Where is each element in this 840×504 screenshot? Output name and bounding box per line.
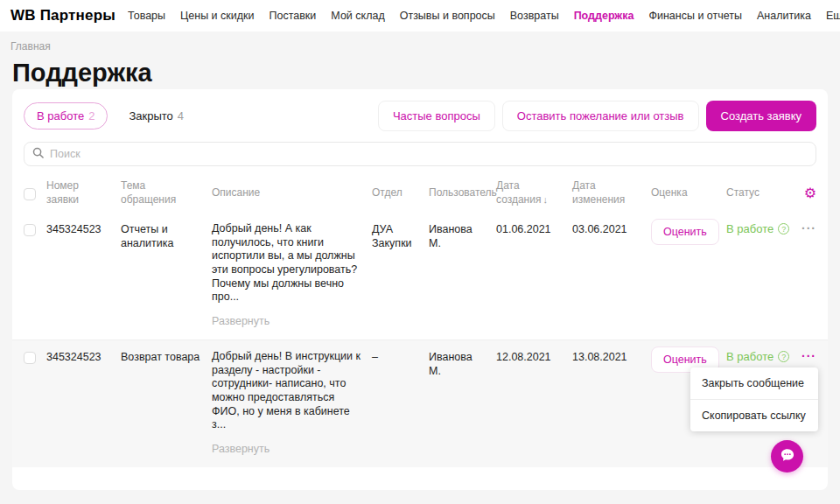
status-label: В работе [726,350,774,363]
column-header-description[interactable]: Описание [212,186,372,200]
tab-in-progress[interactable]: В работе 2 [24,102,108,130]
row-checkbox[interactable] [24,224,36,236]
nav-item-analytics[interactable]: Аналитика [757,10,811,22]
nav-item-finance[interactable]: Финансы и отчеты [648,10,742,22]
sort-desc-icon: ↓ [542,194,548,205]
main-nav: Товары Цены и скидки Поставки Мой склад … [128,10,840,22]
status-label: В работе [726,222,774,235]
tab-in-progress-count: 2 [88,109,94,122]
row-checkbox[interactable] [24,352,36,364]
rate-button[interactable]: Оценить [651,219,719,245]
column-header-rating[interactable]: Оценка [651,186,726,200]
status-badge: В работе ? [726,222,794,235]
ticket-number: 345324523 [46,222,121,236]
table-row: 345324523 Возврат товара Добрый день! В … [12,340,828,467]
row-context-menu: Закрыть сообщение Скопировать ссылку [690,368,818,431]
nav-item-warehouse[interactable]: Мой склад [331,10,384,22]
ticket-modified-date: 13.08.2021 [572,350,651,364]
more-options-icon[interactable]: ··· [802,221,816,235]
column-header-status[interactable]: Статус [726,186,794,200]
expand-link[interactable]: Развернуть [212,314,270,328]
ticket-description: Добрый день! А как получилось, что книги… [212,222,363,304]
ticket-created-date: 01.06.2021 [496,222,572,236]
nav-item-reviews[interactable]: Отзывы и вопросы [400,10,495,22]
nav-item-returns[interactable]: Возвраты [510,10,559,22]
nav-more-label: Еще [826,10,840,22]
column-header-number[interactable]: Номер заявки [46,179,121,206]
column-header-topic[interactable]: Тема обращения [121,179,212,206]
ticket-created-date: 12.08.2021 [496,350,572,364]
top-navigation: WB Партнеры Товары Цены и скидки Поставк… [0,0,840,32]
nav-item-support[interactable]: Поддержка [574,10,634,22]
toolbar-buttons: Частые вопросы Оставить пожелание или от… [378,101,816,131]
page-title: Поддержка [12,59,830,88]
search-icon [32,146,44,162]
support-chat-button[interactable] [771,440,803,472]
status-badge: В работе ? [726,350,794,363]
table-header: Номер заявки Тема обращения Описание Отд… [24,166,816,213]
ticket-modified-date: 03.06.2021 [572,222,651,236]
wb-partners-logo[interactable]: WB Партнеры [10,7,116,24]
breadcrumb-home[interactable]: Главная [10,40,51,52]
breadcrumb: Главная [0,32,840,52]
ticket-topic: Отчеты и аналитика [121,222,212,251]
more-options-icon[interactable]: ··· [802,349,816,363]
menu-item-close-message[interactable]: Закрыть сообщение [690,368,818,399]
column-header-modified[interactable]: Дата изменения [572,179,651,206]
ticket-user: Иванова М. [429,222,496,251]
support-card: В работе 2 Закрыто 4 Частые вопросы Оста… [12,89,828,490]
nav-item-more[interactable]: Еще6 [826,10,840,22]
ticket-user: Иванова М. [429,350,496,379]
status-help-icon[interactable]: ? [778,351,789,362]
nav-item-prices[interactable]: Цены и скидки [180,10,254,22]
tab-closed-label: Закрыто [129,109,172,122]
table-row: 345324523 Отчеты и аналитика Добрый день… [12,213,828,340]
column-header-created[interactable]: Дата создания↓ [496,179,572,206]
tab-in-progress-label: В работе [37,109,84,122]
ticket-department: – [372,350,429,364]
feedback-button[interactable]: Оставить пожелание или отзыв [502,101,699,131]
ticket-number: 345324523 [46,350,121,364]
menu-item-copy-link[interactable]: Скопировать ссылку [690,399,818,431]
select-all-checkbox[interactable] [24,188,36,200]
faq-button[interactable]: Частые вопросы [378,101,495,131]
tab-closed-count: 4 [178,109,184,122]
search-bar [24,142,816,166]
column-header-department[interactable]: Отдел [372,186,429,200]
status-help-icon[interactable]: ? [778,223,789,234]
tab-closed[interactable]: Закрыто 4 [129,109,184,122]
search-input[interactable] [50,148,808,160]
expand-link[interactable]: Развернуть [212,442,270,456]
nav-item-supplies[interactable]: Поставки [270,10,317,22]
ticket-department: ДУА Закупки [372,222,429,251]
column-header-user[interactable]: Пользователь [429,186,496,200]
ticket-topic: Возврат товара [121,350,212,364]
filter-toolbar: В работе 2 Закрыто 4 Частые вопросы Оста… [24,101,816,131]
chat-bubble-icon [779,446,796,467]
nav-item-goods[interactable]: Товары [128,10,165,22]
create-ticket-button[interactable]: Создать заявку [706,101,817,131]
settings-gear-icon[interactable]: ⚙ [804,186,816,200]
ticket-description: Добрый день! В инструкции к разделу - на… [212,350,363,432]
